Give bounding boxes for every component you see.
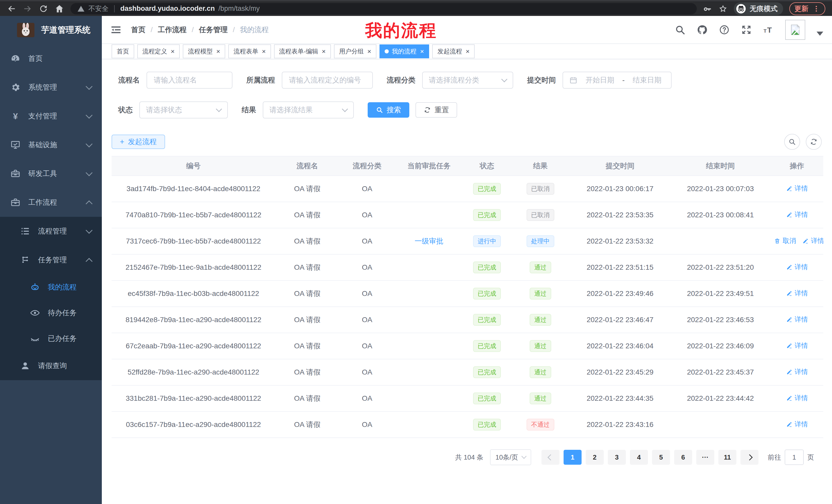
app-logo[interactable]: 芋道管理系统 — [0, 16, 102, 44]
page-size-select[interactable]: 10条/页 — [490, 449, 531, 465]
sidebar-item-infra[interactable]: 基础设施 — [0, 131, 102, 159]
detail-button[interactable]: 详情 — [802, 236, 823, 245]
tab-start-process[interactable]: 发起流程× — [432, 45, 475, 58]
tab-process-model[interactable]: 流程模型× — [183, 45, 225, 58]
page-button-3[interactable]: 3 — [608, 450, 626, 465]
bookmark-star-icon[interactable] — [718, 4, 728, 13]
tab-label: 我的流程 — [392, 47, 417, 55]
process-name-input[interactable] — [153, 76, 226, 85]
sidebar-item-pay[interactable]: ¥支付管理 — [0, 102, 102, 131]
detail-button[interactable]: 详情 — [786, 367, 808, 376]
sidebar-item-home[interactable]: 首页 — [0, 44, 102, 73]
goto-suffix: 页 — [807, 453, 814, 462]
current-task-link[interactable]: 一级审批 — [415, 237, 443, 245]
result-select[interactable]: 请选择流结果 — [263, 102, 354, 118]
date-range-picker[interactable]: 开始日期 - 结束日期 — [563, 72, 672, 89]
url-path[interactable]: /bpm/task/my — [218, 5, 260, 12]
category-select[interactable]: 请选择流程分类 — [422, 72, 513, 89]
breadcrumb-item[interactable]: 工作流程 — [158, 25, 187, 35]
search-button[interactable]: 搜索 — [368, 102, 409, 118]
end-date-placeholder[interactable]: 结束日期 — [629, 75, 665, 85]
page-ellipsis[interactable]: ··· — [696, 450, 714, 465]
detail-button[interactable]: 详情 — [786, 184, 808, 193]
forward-icon[interactable] — [23, 4, 32, 13]
close-icon[interactable]: × — [322, 48, 326, 55]
create-process-button[interactable]: + 发起流程 — [111, 135, 165, 149]
sidebar-item-todo-task[interactable]: 待办任务 — [0, 300, 102, 326]
detail-button[interactable]: 详情 — [786, 394, 808, 402]
page-button-4[interactable]: 4 — [630, 450, 648, 465]
sidebar-item-task-manage[interactable]: 任务管理 — [0, 246, 102, 274]
home-icon[interactable] — [54, 4, 64, 13]
prev-page-button[interactable] — [542, 450, 560, 465]
annotation-title: 我的流程 — [365, 19, 437, 42]
page-button-11[interactable]: 11 — [718, 450, 736, 465]
page-button-1[interactable]: 1 — [564, 450, 581, 465]
avatar-caret-icon[interactable] — [816, 32, 823, 36]
breadcrumb-item[interactable]: 任务管理 — [199, 25, 228, 35]
not-secure-warning-icon[interactable] — [77, 5, 85, 12]
search-icon[interactable] — [675, 24, 685, 35]
close-icon[interactable]: × — [216, 48, 220, 55]
back-icon[interactable] — [7, 4, 17, 13]
goto-page-input[interactable] — [785, 450, 804, 465]
cancel-button[interactable]: 取消 — [774, 236, 796, 245]
next-page-button[interactable] — [740, 450, 758, 465]
status-select[interactable]: 请选择状态 — [139, 102, 228, 118]
start-date-placeholder[interactable]: 开始日期 — [582, 75, 618, 85]
reload-icon[interactable] — [38, 4, 48, 13]
refresh-table-button[interactable] — [806, 134, 822, 150]
sidebar-item-workflow[interactable]: 工作流程 — [0, 188, 102, 217]
breadcrumb-item[interactable]: 首页 — [131, 25, 146, 35]
page-button-6[interactable]: 6 — [674, 450, 692, 465]
sidebar-item-done-task[interactable]: 已办任务 — [0, 326, 102, 352]
sidebar-item-my-process[interactable]: 我的流程 — [0, 274, 102, 300]
avatar[interactable] — [785, 20, 805, 40]
github-icon[interactable] — [697, 24, 707, 35]
tab-user-group[interactable]: 用户分组× — [334, 45, 376, 58]
status-badge: 已完成 — [473, 183, 501, 195]
tab-process-form-edit[interactable]: 流程表单-编辑× — [274, 45, 331, 58]
detail-button[interactable]: 详情 — [786, 341, 808, 350]
address-bar[interactable]: 不安全 dashboard.yudao.iocoder.cn/bpm/task/… — [71, 3, 697, 15]
fullscreen-icon[interactable] — [741, 24, 752, 35]
sidebar-item-process-manage[interactable]: 流程管理 — [0, 217, 102, 246]
sidebar-item-system[interactable]: 系统管理 — [0, 73, 102, 102]
sidebar-collapse-icon[interactable] — [110, 24, 121, 35]
tab-my-process[interactable]: 我的流程× — [380, 45, 429, 58]
table-tools — [784, 134, 822, 150]
detail-button[interactable]: 详情 — [786, 262, 808, 272]
sidebar-item-leave-query[interactable]: 请假查询 — [0, 352, 102, 380]
url-host[interactable]: dashboard.yudao.iocoder.cn — [120, 5, 215, 12]
close-icon[interactable]: × — [466, 48, 469, 55]
detail-button[interactable]: 详情 — [786, 420, 808, 429]
close-icon[interactable]: × — [420, 48, 424, 55]
detail-button[interactable]: 详情 — [786, 289, 808, 298]
reset-button[interactable]: 重置 — [415, 102, 457, 118]
security-label[interactable]: 不安全 — [88, 4, 108, 13]
page-button-2[interactable]: 2 — [586, 450, 604, 465]
cell-category: OA — [339, 228, 395, 254]
close-icon[interactable]: × — [171, 48, 175, 55]
page-button-5[interactable]: 5 — [652, 450, 670, 465]
tab-home[interactable]: 首页 — [111, 45, 134, 58]
show-search-button[interactable] — [784, 134, 800, 150]
tab-process-form[interactable]: 流程表单× — [228, 45, 271, 58]
password-key-icon[interactable] — [703, 4, 712, 13]
close-icon[interactable]: × — [367, 48, 371, 55]
close-icon[interactable]: × — [262, 48, 266, 55]
browser-menu-icon[interactable] — [812, 5, 820, 12]
update-button[interactable]: 更新 — [789, 2, 825, 15]
tab-process-def[interactable]: 流程定义× — [137, 45, 180, 58]
breadcrumb-separator: / — [192, 26, 194, 34]
cell-end-time — [670, 228, 771, 254]
detail-button[interactable]: 详情 — [786, 210, 808, 219]
result-badge: 已取消 — [526, 209, 554, 221]
process-def-input[interactable] — [288, 76, 366, 85]
sidebar-item-devtool[interactable]: 研发工具 — [0, 159, 102, 188]
font-size-icon[interactable]: TT — [763, 24, 774, 35]
cell-category: OA — [339, 385, 395, 412]
detail-button[interactable]: 详情 — [786, 315, 808, 324]
help-icon[interactable] — [719, 24, 730, 35]
tab-label: 流程模型 — [188, 47, 213, 55]
